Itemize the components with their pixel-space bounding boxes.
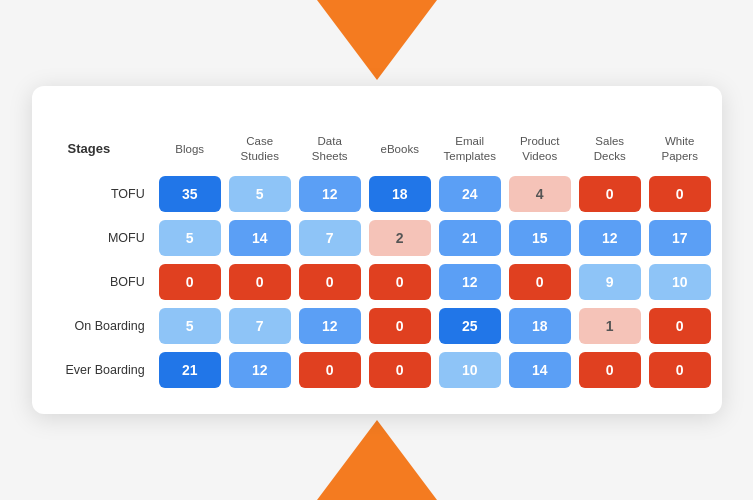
- content-coverage-card: StagesBlogsCaseStudiesData SheetseBooksE…: [32, 86, 722, 414]
- table-row: MOFU5147221151217: [64, 218, 713, 258]
- cell-value: 15: [509, 220, 571, 256]
- cell-bofu-ebooks: 0: [367, 262, 433, 302]
- cell-value: 7: [229, 308, 291, 344]
- cell-value: 12: [229, 352, 291, 388]
- cell-value: 12: [299, 308, 361, 344]
- cell-on-boarding-white_papers: 0: [647, 306, 713, 346]
- cell-tofu-blogs: 35: [157, 174, 223, 214]
- cell-value: 2: [369, 220, 431, 256]
- cell-bofu-white_papers: 10: [647, 262, 713, 302]
- table-body: TOFU355121824400MOFU5147221151217BOFU000…: [64, 174, 713, 390]
- cell-value: 18: [369, 176, 431, 212]
- cell-value: 1: [579, 308, 641, 344]
- cell-value: 10: [439, 352, 501, 388]
- cell-value: 35: [159, 176, 221, 212]
- stage-label-on-boarding: On Boarding: [64, 306, 153, 346]
- cell-value: 7: [299, 220, 361, 256]
- cell-on-boarding-product_videos: 18: [507, 306, 573, 346]
- cell-value: 0: [509, 264, 571, 300]
- table-row: TOFU355121824400: [64, 174, 713, 214]
- stage-label-mofu: MOFU: [64, 218, 153, 258]
- arrow-bottom-decoration: [317, 420, 437, 500]
- table-row: On Boarding57120251810: [64, 306, 713, 346]
- cell-value: 0: [369, 352, 431, 388]
- cell-value: 5: [229, 176, 291, 212]
- cell-mofu-white_papers: 17: [647, 218, 713, 258]
- stage-label-ever-boarding: Ever Boarding: [64, 350, 153, 390]
- cell-ever-boarding-white_papers: 0: [647, 350, 713, 390]
- table-row: BOFU0000120910: [64, 262, 713, 302]
- cell-tofu-white_papers: 0: [647, 174, 713, 214]
- cell-ever-boarding-product_videos: 14: [507, 350, 573, 390]
- column-header-product_videos: ProductVideos: [507, 132, 573, 170]
- table-row: Ever Boarding211200101400: [64, 350, 713, 390]
- cell-value: 5: [159, 220, 221, 256]
- cell-bofu-product_videos: 0: [507, 262, 573, 302]
- cell-on-boarding-case_studies: 7: [227, 306, 293, 346]
- cell-tofu-sales_decks: 0: [577, 174, 643, 214]
- cell-value: 0: [229, 264, 291, 300]
- page-wrapper: StagesBlogsCaseStudiesData SheetseBooksE…: [0, 0, 753, 500]
- cell-tofu-data_sheets: 12: [297, 174, 363, 214]
- cell-on-boarding-ebooks: 0: [367, 306, 433, 346]
- cell-value: 0: [369, 264, 431, 300]
- arrow-top-decoration: [317, 0, 437, 80]
- cell-value: 0: [649, 308, 711, 344]
- cell-value: 17: [649, 220, 711, 256]
- cell-mofu-sales_decks: 12: [577, 218, 643, 258]
- cell-on-boarding-email_templates: 25: [437, 306, 503, 346]
- cell-mofu-data_sheets: 7: [297, 218, 363, 258]
- column-header-blogs: Blogs: [157, 132, 223, 170]
- cell-mofu-case_studies: 14: [227, 218, 293, 258]
- cell-value: 0: [369, 308, 431, 344]
- cell-ever-boarding-blogs: 21: [157, 350, 223, 390]
- stage-label-bofu: BOFU: [64, 262, 153, 302]
- cell-value: 0: [299, 264, 361, 300]
- cell-value: 5: [159, 308, 221, 344]
- cell-ever-boarding-data_sheets: 0: [297, 350, 363, 390]
- cell-on-boarding-sales_decks: 1: [577, 306, 643, 346]
- cell-value: 0: [649, 176, 711, 212]
- column-header-case_studies: CaseStudies: [227, 132, 293, 170]
- cell-value: 12: [439, 264, 501, 300]
- cell-tofu-ebooks: 18: [367, 174, 433, 214]
- cell-tofu-product_videos: 4: [507, 174, 573, 214]
- cell-mofu-ebooks: 2: [367, 218, 433, 258]
- cell-bofu-data_sheets: 0: [297, 262, 363, 302]
- cell-ever-boarding-case_studies: 12: [227, 350, 293, 390]
- cell-value: 0: [159, 264, 221, 300]
- cell-value: 0: [579, 352, 641, 388]
- column-header-ebooks: eBooks: [367, 132, 433, 170]
- cell-ever-boarding-ebooks: 0: [367, 350, 433, 390]
- cell-value: 25: [439, 308, 501, 344]
- cell-value: 0: [579, 176, 641, 212]
- cell-mofu-product_videos: 15: [507, 218, 573, 258]
- cell-on-boarding-blogs: 5: [157, 306, 223, 346]
- cell-value: 4: [509, 176, 571, 212]
- cell-value: 14: [229, 220, 291, 256]
- cell-value: 12: [579, 220, 641, 256]
- column-header-white_papers: WhitePapers: [647, 132, 713, 170]
- cell-bofu-email_templates: 12: [437, 262, 503, 302]
- cell-value: 21: [439, 220, 501, 256]
- cell-value: 14: [509, 352, 571, 388]
- cell-bofu-sales_decks: 9: [577, 262, 643, 302]
- column-header-sales_decks: SalesDecks: [577, 132, 643, 170]
- cell-bofu-blogs: 0: [157, 262, 223, 302]
- cell-mofu-email_templates: 21: [437, 218, 503, 258]
- cell-value: 18: [509, 308, 571, 344]
- cell-value: 10: [649, 264, 711, 300]
- table-header-row: StagesBlogsCaseStudiesData SheetseBooksE…: [64, 132, 713, 170]
- coverage-table: StagesBlogsCaseStudiesData SheetseBooksE…: [60, 128, 717, 394]
- cell-tofu-case_studies: 5: [227, 174, 293, 214]
- cell-on-boarding-data_sheets: 12: [297, 306, 363, 346]
- cell-tofu-email_templates: 24: [437, 174, 503, 214]
- cell-value: 0: [299, 352, 361, 388]
- stage-label-tofu: TOFU: [64, 174, 153, 214]
- cell-ever-boarding-email_templates: 10: [437, 350, 503, 390]
- cell-value: 12: [299, 176, 361, 212]
- column-header-email_templates: EmailTemplates: [437, 132, 503, 170]
- cell-mofu-blogs: 5: [157, 218, 223, 258]
- cell-value: 24: [439, 176, 501, 212]
- cell-value: 0: [649, 352, 711, 388]
